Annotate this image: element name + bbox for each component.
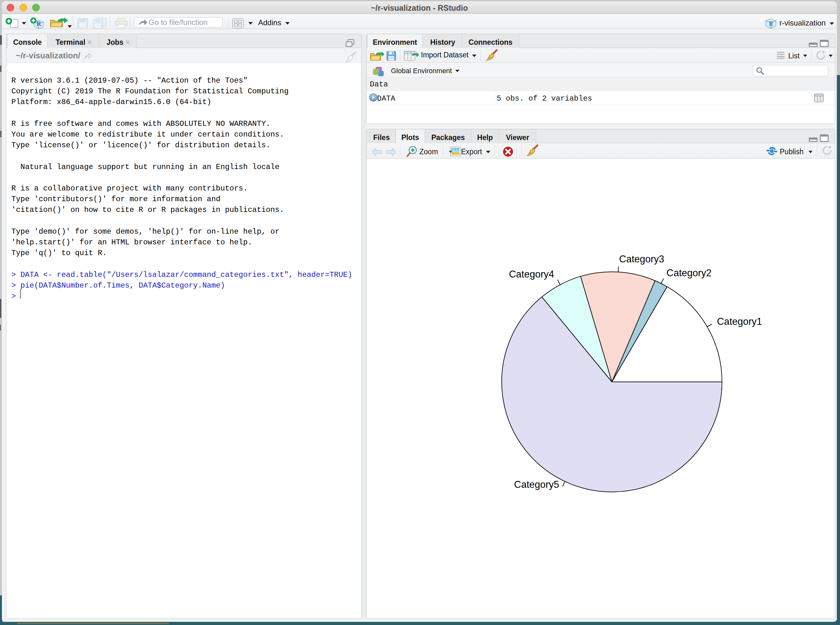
svg-text:Category4: Category4 (509, 269, 554, 280)
svg-text:Category5: Category5 (514, 479, 559, 490)
svg-text:Category2: Category2 (667, 267, 712, 278)
svg-text:Category3: Category3 (619, 253, 664, 264)
svg-text:R: R (769, 20, 773, 27)
svg-text:Category1: Category1 (717, 316, 762, 327)
svg-text:R: R (37, 20, 41, 27)
